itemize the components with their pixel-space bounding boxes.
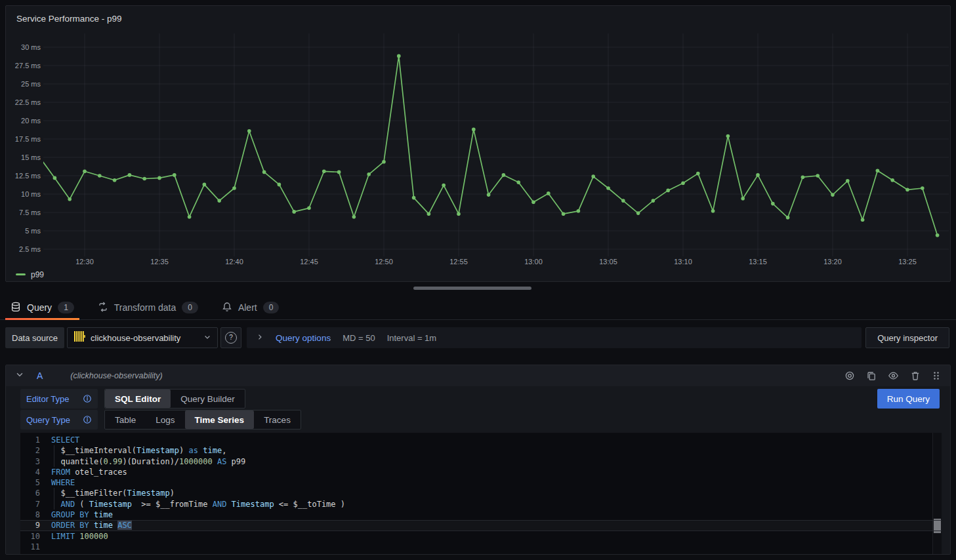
tab-count-badge: 0 — [182, 302, 198, 313]
info-circle-icon[interactable] — [83, 394, 92, 403]
editor-type-row: Editor Type SQL Editor Query Builder Run… — [20, 389, 940, 409]
code-line-3[interactable]: 3 quantile(0.99)(Duration)/1000000 AS p9… — [20, 456, 942, 467]
svg-text:13:25: 13:25 — [898, 258, 917, 266]
code-line-4[interactable]: 4FROM otel_traces — [20, 467, 942, 477]
max-data-points-value: MD = 50 — [343, 333, 375, 343]
query-type-time-series[interactable]: Time Series — [185, 410, 255, 429]
datasource-bar: Data source clickhouse-observability ? — [5, 327, 951, 348]
query-row-card: A (clickhouse-observability) — [5, 365, 951, 555]
line-number: 2 — [20, 445, 40, 456]
question-circle-icon: ? — [225, 332, 237, 344]
drag-handle-icon[interactable] — [932, 370, 941, 381]
tab-alert[interactable]: Alert 0 — [222, 296, 279, 319]
line-number: 10 — [20, 531, 40, 542]
svg-text:12.5 ms: 12.5 ms — [15, 172, 41, 180]
collapse-chevron-icon[interactable] — [15, 370, 24, 382]
svg-text:12:30: 12:30 — [75, 258, 94, 266]
editor-type-sql-editor[interactable]: SQL Editor — [105, 390, 171, 408]
svg-text:12:45: 12:45 — [300, 258, 318, 266]
datasource-help-button[interactable]: ? — [220, 327, 241, 348]
clickhouse-logo-icon — [73, 330, 85, 345]
line-number: 8 — [20, 510, 40, 520]
interval-value: Interval = 1m — [387, 333, 437, 343]
line-number: 7 — [20, 499, 40, 510]
svg-text:13:00: 13:00 — [524, 258, 543, 266]
legend-swatch — [16, 273, 26, 275]
query-type-table[interactable]: Table — [105, 410, 146, 429]
svg-text:12:55: 12:55 — [449, 258, 468, 266]
code-line-9[interactable]: 9ORDER BY time ASC — [20, 520, 942, 530]
line-number: 11 — [20, 542, 40, 552]
tab-transform-data[interactable]: Transform data 0 — [98, 296, 198, 319]
active-tab-underline — [5, 318, 79, 320]
query-type-row: Query Type Table Logs Time Series Traces — [20, 410, 940, 430]
svg-text:10 ms: 10 ms — [21, 190, 41, 198]
line-number: 6 — [20, 488, 40, 498]
code-line-2[interactable]: 2 $__timeInterval(Timestamp) as time, — [20, 445, 942, 456]
svg-text:5 ms: 5 ms — [25, 227, 41, 235]
code-line-8[interactable]: 8GROUP BY time — [20, 510, 942, 520]
code-line-6[interactable]: 6 $__timeFilter(Timestamp) — [20, 488, 942, 498]
chevron-down-icon — [203, 332, 211, 344]
datasource-value: clickhouse-observability — [91, 333, 180, 343]
svg-text:13:15: 13:15 — [749, 258, 767, 266]
datasource-picker[interactable]: clickhouse-observability — [67, 327, 218, 348]
query-ref-id: A — [37, 370, 43, 381]
query-type-logs[interactable]: Logs — [146, 410, 184, 429]
svg-text:13:20: 13:20 — [823, 258, 842, 266]
code-line-7[interactable]: 7 AND ( Timestamp >= $__fromTime AND Tim… — [20, 499, 942, 510]
duplicate-query-icon[interactable] — [866, 370, 877, 381]
editor-controls: Editor Type SQL Editor Query Builder Run… — [6, 386, 950, 430]
run-query-button[interactable]: Run Query — [877, 389, 940, 409]
remove-query-icon[interactable] — [910, 370, 921, 381]
editor-tabs: Query 1 Transform data 0 Alert 0 — [0, 296, 956, 320]
editor-type-query-builder[interactable]: Query Builder — [171, 390, 245, 408]
datasource-label: Data source — [5, 327, 64, 348]
editor-type-field-label: Editor Type — [20, 389, 98, 409]
code-line-1[interactable]: 1SELECT — [20, 435, 942, 445]
svg-text:12:40: 12:40 — [225, 258, 243, 266]
svg-text:22.5 ms: 22.5 ms — [15, 98, 41, 106]
panel-title: Service Performance - p99 — [16, 14, 122, 24]
svg-text:15 ms: 15 ms — [21, 153, 41, 161]
line-number: 5 — [20, 477, 40, 488]
line-number: 4 — [20, 467, 40, 477]
query-type-field-label: Query Type — [20, 410, 98, 430]
tab-label: Transform data — [114, 302, 176, 313]
bell-icon — [222, 302, 232, 314]
legend-label: p99 — [31, 270, 44, 279]
svg-text:25 ms: 25 ms — [21, 80, 41, 88]
code-line-11[interactable]: 11 — [20, 542, 942, 552]
tab-label: Query — [27, 302, 52, 313]
query-options-link[interactable]: Query options — [276, 333, 331, 343]
query-datasource-hint: (clickhouse-observability) — [70, 371, 162, 380]
tab-query[interactable]: Query 1 — [10, 296, 74, 319]
line-number: 3 — [20, 456, 40, 467]
svg-text:27.5 ms: 27.5 ms — [15, 62, 41, 70]
grafana-panel-editor: Service Performance - p99 30 ms27.5 ms25… — [0, 0, 956, 560]
svg-text:13:10: 13:10 — [674, 258, 692, 266]
line-number: 9 — [20, 520, 40, 530]
hide-response-icon[interactable] — [888, 370, 899, 381]
info-circle-icon[interactable] — [83, 415, 92, 424]
sql-code-editor[interactable]: 1SELECT2 $__timeInterval(Timestamp) as t… — [20, 433, 942, 554]
query-inspector-button[interactable]: Query inspector — [865, 327, 949, 348]
timeseries-chart[interactable]: 30 ms27.5 ms25 ms22.5 ms20 ms17.5 ms15 m… — [6, 6, 950, 281]
query-type-traces[interactable]: Traces — [254, 410, 301, 429]
database-icon — [10, 302, 21, 314]
toggle-query-icon[interactable] — [844, 370, 855, 381]
svg-text:13:05: 13:05 — [599, 258, 617, 266]
tab-count-badge: 1 — [58, 302, 74, 313]
query-row-header[interactable]: A (clickhouse-observability) — [6, 365, 950, 386]
svg-text:17.5 ms: 17.5 ms — [15, 135, 41, 143]
timeseries-panel: Service Performance - p99 30 ms27.5 ms25… — [5, 5, 951, 282]
horizontal-scrollbar-thumb[interactable] — [413, 287, 531, 290]
code-line-5[interactable]: 5WHERE — [20, 477, 942, 488]
chevron-right-icon[interactable] — [256, 332, 264, 344]
query-actions — [844, 370, 941, 381]
query-type-toggle: Table Logs Time Series Traces — [104, 410, 301, 430]
code-line-10[interactable]: 10LIMIT 100000 — [20, 531, 942, 542]
svg-text:12:50: 12:50 — [375, 258, 393, 266]
svg-text:2.5 ms: 2.5 ms — [19, 245, 41, 253]
transform-icon — [98, 302, 108, 314]
